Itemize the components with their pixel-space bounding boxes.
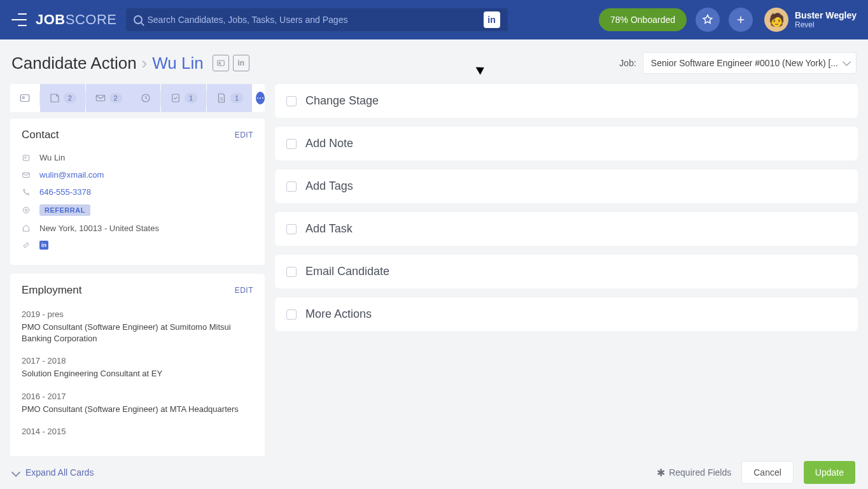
onboarding-progress-pill[interactable]: 78% Onboarded [599,8,687,31]
svg-point-11 [25,209,27,211]
contact-name-value: Wu Lin [39,153,65,162]
pin-button[interactable] [696,8,720,32]
action-label: Add Task [305,222,353,236]
tab-emails[interactable]: 2 [86,84,131,112]
phone-icon [22,188,32,197]
action-add-note[interactable]: Add Note [275,127,858,160]
notes-count-badge: 2 [64,93,76,103]
breadcrumb: Candidate Action › Wu Lin in [11,53,249,73]
employment-item: 2016 - 2017 PMO Consultant (Software Eng… [22,386,253,422]
page-header: Candidate Action › Wu Lin in Job: Senior… [0,46,868,80]
action-add-task[interactable]: Add Task [275,212,858,246]
chevron-down-icon [11,468,20,477]
action-more-actions[interactable]: More Actions [275,297,858,331]
employment-role: PMO Consultant (Software Engineer) at MT… [22,404,253,415]
action-email-candidate[interactable]: Email Candidate [275,255,858,288]
logo-primary: JOB [36,11,66,27]
linkedin-link-icon[interactable]: in [39,241,48,250]
employment-card: Employment EDIT 2019 - pres PMO Consulta… [10,274,265,457]
contact-source-row: REFERRAL [22,201,253,220]
employment-edit-link[interactable]: EDIT [235,286,253,295]
profile-card-icon[interactable] [213,55,229,71]
tab-tasks[interactable]: 1 [161,84,206,112]
contact-card: Contact EDIT Wu Lin wulin@xmail.com 646-… [10,118,265,265]
checkbox-icon[interactable] [286,96,297,106]
tab-activity[interactable] [131,84,160,112]
contact-location-row: New York, 10013 - United States [22,220,253,237]
employment-item: 2014 - 2015 [22,422,253,445]
svg-point-3 [22,97,24,99]
job-label: Job: [619,58,636,68]
person-icon [22,153,32,162]
user-name: Buster Wegley [795,10,857,20]
update-button[interactable]: Update [804,461,855,484]
action-label: Add Tags [305,180,353,193]
contact-email-row: wulin@xmail.com [22,166,253,183]
tasks-count-badge: 1 [185,93,197,103]
employment-item: 2017 - 2018 Solution Engineering Consult… [22,351,253,386]
expand-all-cards-link[interactable]: Expand All Cards [13,467,94,478]
job-dropdown[interactable]: Senior Software Engineer #0010 (New York… [643,52,857,74]
tab-profile[interactable] [10,84,39,112]
actions-column: Change Stage Add Note Add Tags Add Task … [275,84,858,465]
employment-title: Employment [22,284,81,297]
svg-point-8 [25,157,26,158]
tab-notes[interactable]: 2 [40,84,85,112]
action-add-tags[interactable]: Add Tags [275,169,858,203]
employment-dates: 2016 - 2017 [22,392,253,401]
add-button[interactable] [729,8,753,32]
chevron-right-icon: › [142,53,148,73]
employment-dates: 2019 - pres [22,309,253,319]
action-label: More Actions [305,308,372,321]
linkedin-profile-icon[interactable]: in [233,55,249,71]
checkbox-icon[interactable] [286,267,297,277]
employment-role: PMO Consultant (Software Engineer) at Su… [22,322,253,344]
menu-toggle-icon[interactable] [11,13,27,26]
action-label: Change Stage [305,94,379,108]
contact-phone-value[interactable]: 646-555-3378 [39,187,91,197]
cursor-icon [477,64,486,76]
breadcrumb-candidate[interactable]: Wu Lin [152,53,203,73]
contact-name-row: Wu Lin [22,149,253,166]
breadcrumb-root: Candidate Action [11,53,137,73]
svg-point-10 [23,207,29,213]
contact-email-value[interactable]: wulin@xmail.com [39,170,104,180]
svg-point-1 [219,62,220,63]
svg-rect-2 [20,95,29,102]
svg-rect-0 [217,60,224,66]
job-selector: Job: Senior Software Engineer #0010 (New… [619,52,857,74]
search-input[interactable] [148,15,479,25]
user-org: Revel [795,20,857,29]
footer-bar: Expand All Cards ✱ Required Fields Cance… [0,456,868,489]
checkbox-icon[interactable] [286,139,297,149]
linkedin-icon[interactable]: in [484,11,500,28]
employment-role: Solution Engineering Consultant at EY [22,368,253,379]
svg-rect-4 [96,96,105,101]
contact-links-row: in [22,237,253,253]
emails-count-badge: 2 [109,93,122,103]
tab-documents[interactable]: 1 [207,84,252,112]
logo-secondary: SCORE [66,11,117,27]
avatar: 🧑 [764,8,788,32]
email-icon [22,171,32,180]
files-count-badge: 1 [230,93,243,103]
checkbox-icon[interactable] [286,309,297,320]
more-tabs-button[interactable]: ⋯ [256,92,265,104]
action-label: Add Note [305,137,353,150]
employment-dates: 2014 - 2015 [22,427,253,436]
user-menu[interactable]: 🧑 Buster Wegley Revel [764,8,857,32]
link-icon [22,241,32,250]
contact-location-value: New York, 10013 - United States [39,223,159,233]
checkbox-icon[interactable] [286,181,297,192]
global-search[interactable]: in [126,8,508,31]
action-change-stage[interactable]: Change Stage [275,84,858,118]
svg-rect-9 [23,173,30,177]
contact-edit-link[interactable]: EDIT [235,131,253,139]
location-icon [22,224,32,233]
employment-item: 2019 - pres PMO Consultant (Software Eng… [22,304,253,351]
employment-dates: 2017 - 2018 [22,356,253,365]
required-fields-note: ✱ Required Fields [657,467,731,479]
cancel-button[interactable]: Cancel [741,461,794,484]
checkbox-icon[interactable] [286,224,297,234]
logo[interactable]: JOBSCORE [36,11,117,28]
